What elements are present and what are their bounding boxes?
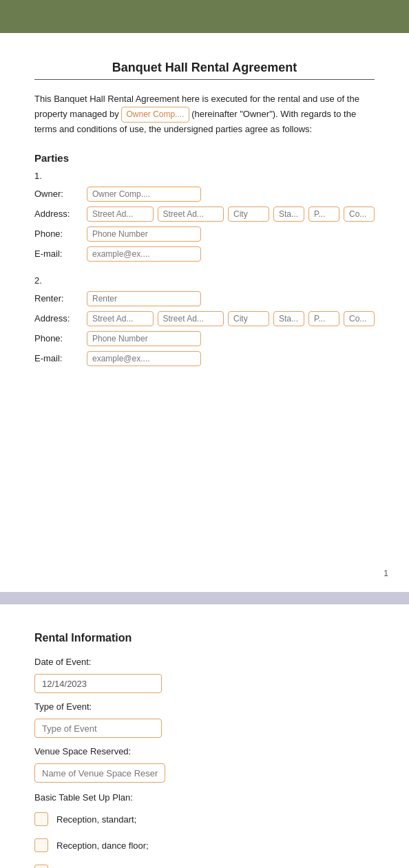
checkbox-reception-dance-box[interactable] [34,838,48,852]
page-number: 1 [384,569,388,578]
checkbox-reception-standart: Reception, standart; [34,812,375,826]
setup-label: Basic Table Set Up Plan: [34,792,375,803]
renter-address-row: Address: [34,311,375,326]
owner-email-row: E-mail: [34,246,375,262]
renter-row: Renter: [34,291,375,306]
owner-input[interactable] [87,187,201,202]
date-input[interactable] [34,674,162,693]
renter-address-label: Address: [34,313,83,324]
type-input[interactable] [34,719,162,738]
intro-owner-field[interactable]: Owner Comp.... [121,107,189,123]
date-label: Date of Event: [34,657,124,667]
rental-info-title: Rental Information [34,632,375,644]
parties-section-title: Parties [34,152,375,164]
renter-country[interactable] [344,311,375,326]
renter-label: Renter: [34,293,83,304]
page-1: Banquet Hall Rental Agreement This Banqu… [0,0,409,592]
checkbox-reception-standart-box[interactable] [34,812,48,826]
owner-state[interactable] [273,207,304,222]
page-2: Rental Information Date of Event: Type o… [0,604,409,868]
renter-state[interactable] [273,311,304,326]
renter-email-row: E-mail: [34,351,375,366]
owner-addr1[interactable] [87,207,154,222]
intro-paragraph: This Banquet Hall Rental Agreement here … [34,92,375,137]
renter-phone-label: Phone: [34,333,83,343]
header-bar [0,0,409,33]
party2-num: 2. [34,275,375,286]
title-divider [34,79,375,80]
renter-addr1[interactable] [87,311,154,326]
owner-label: Owner: [34,189,83,199]
owner-phone-label: Phone: [34,229,83,239]
venue-label: Venue Space Reserved: [34,746,131,756]
renter-input[interactable] [87,291,201,306]
owner-city[interactable] [228,207,269,222]
date-row: Date of Event: [34,657,375,667]
party1-num: 1. [34,171,375,181]
owner-postal[interactable] [308,207,339,222]
venue-row: Venue Space Reserved: [34,746,375,756]
type-label: Type of Event: [34,701,124,712]
owner-phone[interactable] [87,226,201,242]
renter-phone[interactable] [87,331,201,346]
checkbox-reception-dance-label: Reception, dance floor; [56,840,149,851]
renter-phone-row: Phone: [34,331,375,346]
renter-email[interactable] [87,351,201,366]
owner-address-row: Address: [34,207,375,222]
title-block: Banquet Hall Rental Agreement [34,61,375,75]
owner-email-label: E-mail: [34,248,83,259]
renter-email-label: E-mail: [34,353,83,363]
owner-phone-row: Phone: [34,226,375,242]
owner-row: Owner: [34,187,375,202]
owner-addr2[interactable] [158,207,224,222]
owner-email[interactable] [87,246,201,262]
page-break [0,592,375,604]
checkbox-wedding: Wedding/Ceremony; [34,865,375,868]
checkbox-wedding-box[interactable] [34,865,48,868]
renter-addr2[interactable] [158,311,224,326]
type-row: Type of Event: [34,701,375,712]
renter-postal[interactable] [308,311,339,326]
owner-address-label: Address: [34,209,83,219]
checkbox-reception-standart-label: Reception, standart; [56,814,136,825]
owner-country[interactable] [344,207,375,222]
renter-city[interactable] [228,311,269,326]
venue-input[interactable] [34,763,165,783]
checkbox-reception-dance: Reception, dance floor; [34,838,375,852]
page-title: Banquet Hall Rental Agreement [34,61,375,75]
